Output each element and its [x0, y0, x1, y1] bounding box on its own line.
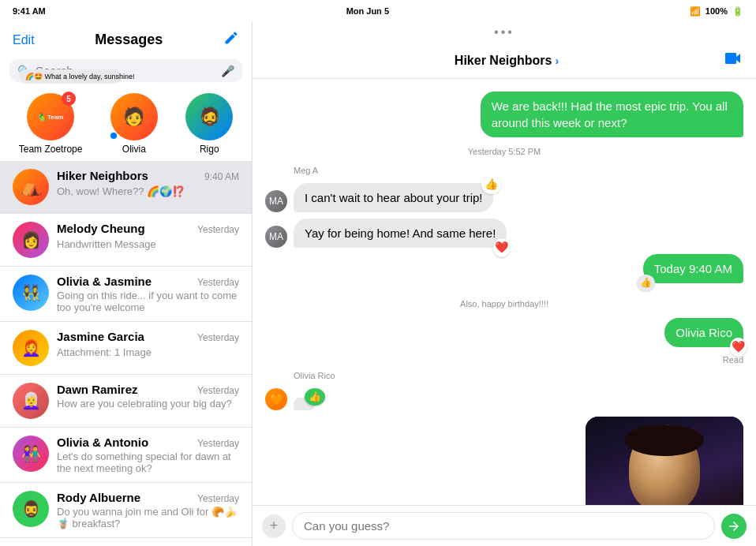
conv-name-dawn: Dawn Ramirez: [57, 383, 138, 396]
avatar-olivia: 🧑: [110, 93, 158, 140]
hair-shape: [625, 424, 704, 456]
mic-icon[interactable]: 🎤: [221, 65, 234, 77]
add-attachment-button[interactable]: +: [262, 514, 286, 538]
messages-header: Edit Messages: [0, 22, 252, 54]
conversation-item-dawn[interactable]: 👩‍🦳 Dawn Ramirez Yesterday How are you c…: [0, 375, 252, 428]
conv-avatar-jasmine: 👩‍🦰: [13, 330, 49, 366]
msg-sender-label-mga: Meg A: [294, 166, 743, 175]
conv-name-melody: Melody Cheung: [57, 222, 145, 235]
edit-button[interactable]: Edit: [13, 33, 35, 47]
conversation-item-jasmine[interactable]: 👩‍🦰 Jasmine Garcia Yesterday Attachment:…: [0, 322, 252, 375]
compose-button[interactable]: [223, 30, 239, 50]
bubble-text-m1: We are back!!! Had the most epic trip. Y…: [492, 99, 728, 129]
message-row-image: [265, 417, 743, 505]
conversation-item-hiker-neighbors[interactable]: ⛺ Hiker Neighbors 9:40 AM Oh, wow! Where…: [0, 161, 252, 214]
conv-name-oliviaj: Olivia & Jasmine: [57, 275, 152, 288]
conv-time-jasmine: Yesterday: [197, 332, 239, 343]
unread-dot-olivia: [110, 133, 117, 139]
conv-avatar-dawn: 👩‍🦳: [13, 383, 49, 419]
chat-image: [586, 417, 743, 505]
conv-avatar-oliviaj: 👯: [13, 275, 49, 311]
thumbsup-reaction-m2: 👍: [481, 175, 501, 194]
chevron-right-icon: ›: [555, 54, 559, 67]
conversation-list: ⛺ Hiker Neighbors 9:40 AM Oh, wow! Where…: [0, 161, 252, 546]
bubble-m2: I can't wait to hear about your trip! 👍: [294, 183, 493, 212]
read-label-m5: Read: [265, 355, 743, 365]
conv-time-melody: Yesterday: [197, 224, 239, 235]
avatar-olivia-rico: 🧡: [265, 388, 287, 410]
message-row-m2: MA I can't wait to hear about your trip!…: [265, 183, 743, 212]
right-panel: ••• Hiker Neighbors › We are back!!! Had…: [253, 22, 756, 546]
conv-avatar-rody: 🧔‍♂️: [13, 491, 49, 527]
message-row-m4: Today 9:40 AM 👍: [265, 254, 743, 283]
pin-name-rigo: Rigo: [200, 144, 219, 155]
main-layout: Edit Messages 🔍 🎤 🦜Team 5 🌈🤩 What a love…: [0, 22, 756, 546]
battery-label: 100%: [705, 6, 728, 16]
messages-title: Messages: [95, 32, 163, 48]
conv-preview-melody: Handwritten Message: [57, 238, 156, 250]
conv-preview-hiker: Oh, wow! Where?? 🌈🌍⁉️: [57, 185, 185, 197]
badge-team-zoetrope: 5: [62, 92, 76, 106]
conversation-item-melody[interactable]: 👩 Melody Cheung Yesterday Handwritten Me…: [0, 214, 252, 267]
conv-avatar-hiker: ⛺: [13, 169, 49, 205]
reaction-m5: ❤️: [730, 338, 747, 357]
wifi-icon: 📶: [690, 6, 701, 17]
send-button[interactable]: [721, 514, 747, 539]
avatar-meg-a: MA: [265, 190, 287, 212]
message-row-m1: We are back!!! Had the most epic trip. Y…: [265, 92, 743, 137]
status-date: Mon Jun 5: [346, 6, 389, 16]
conv-time-rody: Yesterday: [197, 493, 239, 504]
message-row-m3: MA Yay for being home! And same here! ❤️: [265, 219, 743, 248]
dots-indicator: •••: [253, 22, 756, 43]
conv-preview-rody: Do you wanna join me and Oli for 🥐🍌🧋 bre…: [57, 506, 239, 529]
bubble-text-m5: Olivia Rico: [676, 326, 732, 339]
bubble-m5: Olivia Rico ❤️: [664, 318, 743, 347]
conv-name-oliviaa: Olivia & Antonio: [57, 436, 148, 449]
conv-time-oliviaa: Yesterday: [197, 438, 239, 449]
battery-icon: 🔋: [732, 6, 743, 17]
conv-avatar-oliviaa: 👫: [13, 436, 49, 472]
conv-preview-oliviaa: Let's do something special for dawn at t…: [57, 451, 239, 474]
bubble-m6: 👍: [294, 398, 316, 410]
pinned-contact-rigo[interactable]: 🧔 Rigo: [185, 93, 233, 155]
conv-time-oliviaj: Yesterday: [197, 277, 239, 288]
conv-preview-oliviaj: Going on this ride... if you want to com…: [57, 290, 239, 313]
chat-header: Hiker Neighbors ›: [253, 43, 756, 79]
bubble-m3: Yay for being home! And same here! ❤️: [294, 219, 507, 248]
status-time: 9:41 AM: [13, 6, 46, 16]
thumbsup-sent-m4: 👍: [637, 275, 655, 291]
message-row-m6: 🧡 👍: [265, 388, 743, 410]
msg-sender-label-olivia-r: Olivia Rico: [294, 371, 743, 380]
pinned-contact-team-zoetrope[interactable]: 🦜Team 5 🌈🤩 What a lovely day, sunshine! …: [19, 93, 83, 155]
conv-name-jasmine: Jasmine Garcia: [57, 330, 144, 343]
message-input[interactable]: [292, 512, 715, 540]
avatar-meg-a-2: MA: [265, 226, 287, 248]
conversation-item-olivia-antonio[interactable]: 👫 Olivia & Antonio Yesterday Let's do so…: [0, 428, 252, 483]
video-call-button[interactable]: [724, 50, 743, 70]
input-bar: +: [253, 505, 756, 546]
conversation-item-antonio[interactable]: 🧑‍💼 Antonio Manriquez Yesterday: [0, 538, 252, 546]
send-icon: [727, 519, 741, 533]
message-meta-m2: Yesterday 5:52 PM: [265, 147, 743, 156]
bubble-m1: We are back!!! Had the most epic trip. Y…: [481, 92, 743, 137]
conversation-item-rody[interactable]: 🧔‍♂️ Rody Albuerne Yesterday Do you wann…: [0, 483, 252, 538]
bubble-preview-team: 🌈🤩 What a lovely day, sunshine!: [19, 69, 122, 84]
message-meta-m5: Also, happy birthday!!!!: [265, 299, 743, 309]
chat-title[interactable]: Hiker Neighbors ›: [455, 54, 559, 68]
pinned-contact-olivia[interactable]: 🧑 Olivia: [110, 93, 158, 155]
conv-time-hiker: 9:40 AM: [204, 171, 239, 182]
avatar-rigo: 🧔: [185, 93, 233, 140]
conv-avatar-melody: 👩: [13, 222, 49, 258]
bubble-m4: Today 9:40 AM 👍: [643, 254, 743, 283]
bubble-text-m4: Today 9:40 AM: [654, 262, 732, 275]
conv-time-dawn: Yesterday: [197, 385, 239, 396]
bubble-text-m2: I can't wait to hear about your trip!: [305, 191, 482, 204]
conversation-item-olivia-jasmine[interactable]: 👯 Olivia & Jasmine Yesterday Going on th…: [0, 267, 252, 322]
conv-name-rody: Rody Albuerne: [57, 491, 140, 504]
chat-title-text: Hiker Neighbors: [455, 54, 552, 68]
status-bar: 9:41 AM Mon Jun 5 📶 100% 🔋: [0, 0, 756, 22]
pin-name-team: Team Zoetrope: [19, 144, 83, 155]
pinned-contacts: 🦜Team 5 🌈🤩 What a lovely day, sunshine! …: [0, 87, 252, 161]
conv-preview-jasmine: Attachment: 1 Image: [57, 346, 152, 358]
conv-name-hiker: Hiker Neighbors: [57, 169, 148, 182]
